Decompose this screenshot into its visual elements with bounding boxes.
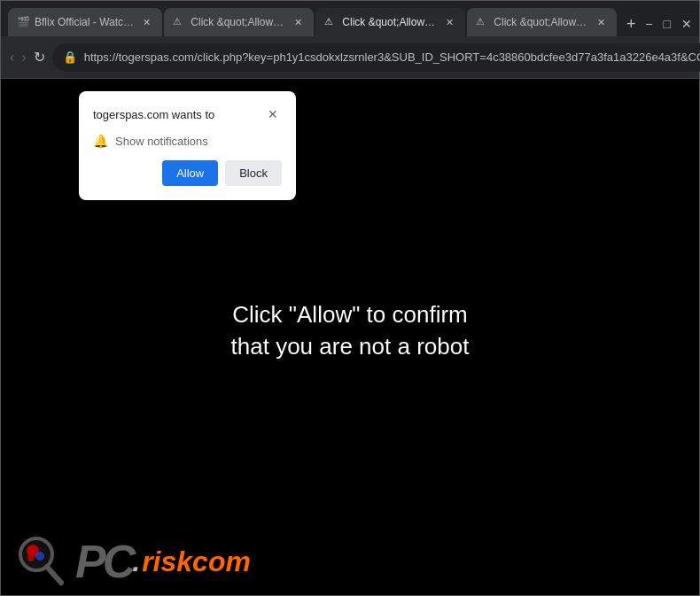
- tab-4-favicon: ⚠: [476, 16, 488, 28]
- notification-dialog: togerspas.com wants to ✕ 🔔 Show notifica…: [79, 91, 296, 200]
- minimize-button[interactable]: −: [645, 17, 652, 31]
- dot-text: .: [132, 546, 140, 578]
- tab-1[interactable]: 🎬 Bflix Official - Watch M... ✕: [8, 8, 162, 36]
- pc-text: PC: [75, 535, 132, 588]
- pcrisk-logo: PC . risk com: [75, 535, 251, 588]
- tab-bar: 🎬 Bflix Official - Watch M... ✕ ⚠ Click …: [1, 1, 699, 36]
- tab-1-title: Bflix Official - Watch M...: [35, 16, 134, 28]
- tab-2-close[interactable]: ✕: [291, 15, 305, 29]
- close-button[interactable]: ✕: [681, 17, 692, 31]
- dialog-title: togerspas.com wants to: [93, 108, 214, 121]
- back-icon: ‹: [10, 50, 14, 66]
- forward-button[interactable]: ›: [21, 45, 26, 70]
- svg-point-2: [35, 552, 44, 561]
- magnifier-icon: [15, 535, 68, 588]
- address-bar: ‹ › ↻ 🔒 https://togerspas.com/click.php?…: [1, 36, 699, 79]
- dialog-close-button[interactable]: ✕: [264, 105, 282, 123]
- tab-3-title: Click &quot;Allow&qu...: [342, 16, 437, 28]
- tab-4-close[interactable]: ✕: [594, 15, 608, 29]
- svg-line-4: [47, 567, 61, 583]
- pcrisk-watermark: PC . risk com: [1, 528, 265, 595]
- refresh-icon: ↻: [34, 49, 45, 66]
- tab-3-close[interactable]: ✕: [442, 15, 456, 29]
- lock-icon: 🔒: [63, 50, 77, 64]
- dialog-buttons: Allow Block: [93, 160, 282, 186]
- allow-button[interactable]: Allow: [162, 160, 218, 186]
- block-button[interactable]: Block: [225, 160, 282, 186]
- svg-point-3: [27, 554, 35, 561]
- url-text: https://togerspas.com/click.php?key=ph1y…: [84, 50, 700, 64]
- main-text-line2: that you are not a robot: [231, 330, 470, 362]
- page-content: togerspas.com wants to ✕ 🔔 Show notifica…: [1, 79, 699, 595]
- tab-1-favicon: 🎬: [17, 16, 29, 28]
- permission-text: Show notifications: [115, 135, 208, 148]
- risk-text: risk: [142, 546, 192, 578]
- tab-4[interactable]: ⚠ Click &quot;Allow&qu... ✕: [467, 8, 617, 36]
- main-page-text: Click "Allow" to confirm that you are no…: [231, 298, 470, 363]
- forward-icon: ›: [21, 50, 26, 66]
- com-text: com: [192, 546, 251, 578]
- tab-4-title: Click &quot;Allow&qu...: [494, 16, 588, 28]
- tab-3[interactable]: ⚠ Click &quot;Allow&qu... ✕: [315, 8, 465, 36]
- tab-2-favicon: ⚠: [173, 16, 185, 28]
- back-button[interactable]: ‹: [10, 45, 14, 70]
- new-tab-button[interactable]: +: [618, 12, 643, 36]
- tab-2-title: Click &quot;Allow&qu...: [191, 16, 285, 28]
- maximize-button[interactable]: □: [664, 17, 671, 31]
- browser-window: 🎬 Bflix Official - Watch M... ✕ ⚠ Click …: [0, 0, 700, 596]
- window-controls: − □ ✕: [645, 17, 692, 36]
- main-text-line1: Click "Allow" to confirm: [231, 298, 470, 330]
- url-bar[interactable]: 🔒 https://togerspas.com/click.php?key=ph…: [52, 43, 700, 72]
- dialog-header: togerspas.com wants to ✕: [93, 105, 282, 123]
- tab-1-close[interactable]: ✕: [139, 15, 153, 29]
- bell-icon: 🔔: [93, 134, 108, 148]
- tab-2[interactable]: ⚠ Click &quot;Allow&qu... ✕: [164, 8, 314, 36]
- permission-row: 🔔 Show notifications: [93, 134, 282, 148]
- refresh-button[interactable]: ↻: [34, 45, 45, 70]
- tab-3-favicon: ⚠: [324, 16, 337, 28]
